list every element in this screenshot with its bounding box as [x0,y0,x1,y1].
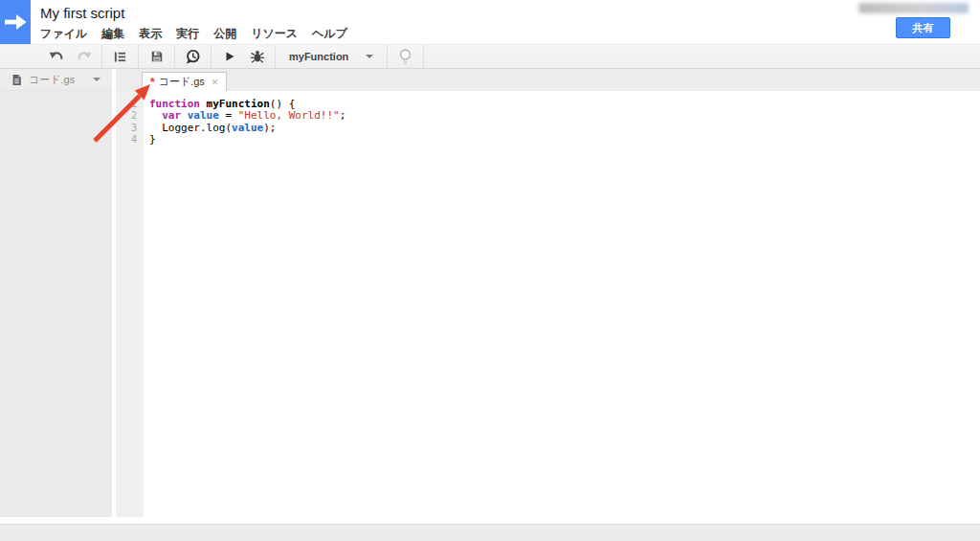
line-number: 1 [116,99,137,110]
menu-item[interactable]: 実行 [176,26,199,42]
tab-code-gs[interactable]: * コード.gs × [142,72,227,91]
code-line[interactable]: Logger.log(value); [149,123,980,134]
function-selector-value: myFunction [289,51,348,62]
tab-title: コード.gs [159,75,205,89]
suggestions-button[interactable] [391,45,419,68]
gutter: 1234 [116,91,144,517]
indent-icon [113,50,127,64]
arrow-logo-icon [5,14,27,30]
run-button[interactable] [215,45,243,68]
status-bar [0,524,980,541]
apps-script-logo[interactable] [0,0,31,44]
menu-item[interactable]: 公開 [213,26,236,42]
debug-button[interactable] [243,45,271,68]
menu-item[interactable]: リソース [251,26,298,42]
toolbar: myFunction [0,44,980,69]
file-list-item[interactable]: コード.gs [0,69,112,91]
redo-icon [77,49,92,64]
project-title[interactable]: My first script [40,5,124,21]
save-icon [150,50,164,63]
undo-button[interactable] [42,45,70,68]
line-number: 2 [116,110,137,122]
tab-close-icon[interactable]: × [212,78,218,87]
editor-column: * コード.gs × 1234 function myFunction() { … [116,69,980,517]
menu-item[interactable]: 表示 [139,26,162,42]
line-number: 3 [116,123,137,134]
menu-item[interactable]: ファイル [40,26,87,42]
apps-script-editor-window: My first script ファイル編集表示実行公開リソースヘルプ 共有 [0,0,980,541]
undo-icon [49,49,64,64]
code-editor[interactable]: 1234 function myFunction() { var value =… [116,91,980,517]
code-line[interactable]: } [149,134,980,146]
menu-item[interactable]: 編集 [101,26,124,42]
script-file-icon [11,74,22,86]
share-button[interactable]: 共有 [896,17,950,38]
unsaved-changes-marker: * [150,78,155,87]
file-name: コード.gs [29,73,93,87]
menubar: ファイル編集表示実行公開リソースヘルプ [40,26,347,42]
menu-item[interactable]: ヘルプ [312,26,347,42]
files-sidebar: コード.gs [0,69,112,517]
tab-strip: * コード.gs × [116,69,980,91]
function-dropdown-caret-icon [366,55,373,58]
indent-button[interactable] [106,45,134,68]
execution-history-icon [185,49,201,65]
line-number: 4 [116,134,137,146]
redo-button[interactable] [70,45,98,68]
toolbar-separator [423,45,424,68]
file-menu-caret-icon[interactable] [93,78,100,81]
debug-icon [250,49,265,64]
lightbulb-icon [397,48,413,66]
function-selector[interactable]: myFunction [276,45,387,68]
code-lines[interactable]: function myFunction() { var value = "Hel… [144,91,980,517]
run-icon [223,50,236,63]
account-info-redacted [858,3,969,13]
execution-history-button[interactable] [179,45,207,68]
header: My first script ファイル編集表示実行公開リソースヘルプ 共有 [0,0,980,44]
save-button[interactable] [143,45,170,68]
